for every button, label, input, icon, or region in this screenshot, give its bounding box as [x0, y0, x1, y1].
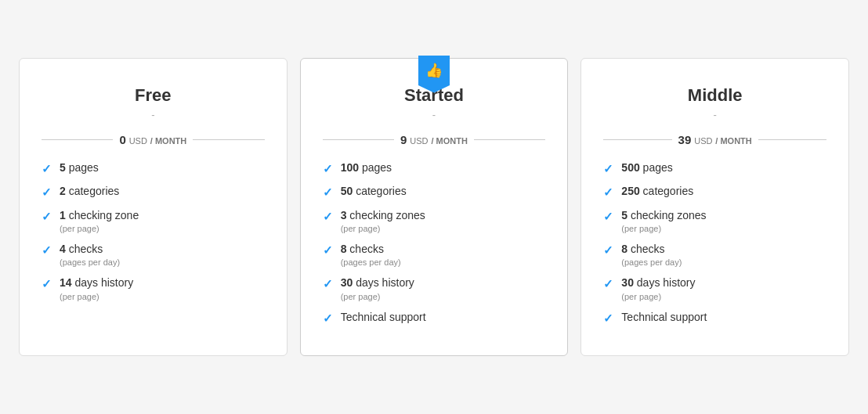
- feature-sub: (per page): [341, 291, 414, 302]
- feature-item: ✓ 8 checks (pages per day): [323, 242, 546, 268]
- price-amount: 0: [119, 133, 125, 146]
- check-icon: ✓: [42, 185, 52, 200]
- feature-sub: (pages per day): [60, 257, 120, 268]
- feature-item: ✓ Technical support: [323, 310, 546, 326]
- feature-text: 5 pages: [60, 160, 99, 175]
- check-icon: ✓: [603, 276, 613, 292]
- plan-price: 9 USD / MONTH: [400, 133, 468, 146]
- price-line-right: [758, 139, 826, 140]
- feature-list: ✓ 5 pages ✓ 2 categories ✓ 1 checking zo…: [42, 160, 265, 302]
- price-line-right: [193, 139, 264, 140]
- feature-sub: (pages per day): [621, 257, 682, 268]
- price-line-left: [603, 139, 671, 140]
- feature-item: ✓ 100 pages: [323, 160, 546, 177]
- plan-card-middle: Middle - 39 USD / MONTH ✓ 500 pages: [580, 58, 849, 357]
- price-period: / MONTH: [431, 136, 467, 146]
- feature-num: 3: [341, 209, 347, 221]
- feature-text: 30 days history (per page): [621, 275, 695, 301]
- feature-text: 4 checks (pages per day): [60, 242, 120, 268]
- plan-subtitle: -: [42, 109, 265, 121]
- feature-text: 50 categories: [341, 184, 407, 198]
- feature-num: 5: [621, 209, 627, 221]
- price-line-left: [42, 139, 113, 140]
- price-period: / MONTH: [715, 136, 751, 146]
- plan-title: Free: [42, 85, 265, 106]
- feature-sub: (per page): [621, 291, 695, 302]
- feature-text: 8 checks (pages per day): [341, 242, 401, 268]
- check-icon: ✓: [42, 209, 52, 225]
- price-amount: 39: [678, 133, 692, 146]
- plan-card-started: 👍 Started - 9 USD / MONTH ✓ 100 pages: [300, 58, 569, 357]
- feature-item: ✓ 14 days history (per page): [42, 275, 265, 301]
- check-icon: ✓: [42, 161, 52, 177]
- feature-num: 1: [60, 209, 66, 221]
- featured-badge: 👍: [418, 56, 450, 93]
- feature-text: 8 checks (pages per day): [621, 242, 682, 268]
- check-icon: ✓: [42, 243, 52, 258]
- feature-list: ✓ 500 pages ✓ 250 categories ✓ 5 checkin…: [603, 160, 826, 326]
- feature-item: ✓ 4 checks (pages per day): [42, 242, 265, 268]
- plan-price-row: 9 USD / MONTH: [323, 133, 546, 146]
- feature-sub: (per page): [60, 291, 133, 302]
- plan-card-free: Free - 0 USD / MONTH ✓ 5 pages: [19, 58, 288, 357]
- feature-num: 8: [341, 243, 347, 255]
- plan-price: 0 USD / MONTH: [119, 133, 186, 146]
- feature-num: 30: [341, 276, 353, 289]
- check-icon: ✓: [603, 243, 613, 258]
- price-currency: USD: [129, 136, 147, 146]
- feature-item: ✓ 5 checking zones (per page): [603, 208, 826, 234]
- check-icon: ✓: [603, 209, 613, 225]
- feature-text: 1 checking zone (per page): [60, 208, 139, 234]
- feature-num: 30: [621, 276, 634, 289]
- check-icon: ✓: [603, 185, 613, 200]
- feature-num: 50: [341, 185, 353, 197]
- feature-num: 500: [621, 161, 639, 174]
- feature-item: ✓ 1 checking zone (per page): [42, 208, 265, 234]
- feature-num: 2: [60, 185, 66, 197]
- price-line-left: [323, 139, 394, 140]
- feature-num: 5: [60, 161, 66, 174]
- feature-list: ✓ 100 pages ✓ 50 categories ✓ 3 checking…: [323, 160, 546, 326]
- feature-item: ✓ 8 checks (pages per day): [603, 242, 826, 268]
- feature-item: ✓ Technical support: [603, 310, 826, 326]
- feature-sub: (pages per day): [341, 257, 401, 268]
- check-icon: ✓: [323, 185, 333, 200]
- feature-num: 14: [60, 276, 72, 289]
- feature-num: 100: [341, 161, 359, 174]
- check-icon: ✓: [603, 161, 613, 177]
- feature-text: 250 categories: [621, 184, 693, 198]
- plan-price-row: 0 USD / MONTH: [42, 133, 265, 146]
- feature-item: ✓ 5 pages: [42, 160, 265, 177]
- plan-subtitle: -: [323, 109, 546, 121]
- feature-text: 5 checking zones (per page): [621, 208, 706, 234]
- feature-sub: (per page): [341, 223, 425, 234]
- price-line-right: [474, 139, 545, 140]
- feature-num: 8: [621, 243, 627, 255]
- feature-num: 250: [621, 185, 639, 197]
- feature-item: ✓ 3 checking zones (per page): [323, 208, 546, 234]
- feature-text: Technical support: [621, 310, 707, 324]
- feature-sub: (per page): [60, 223, 139, 234]
- plan-price: 39 USD / MONTH: [678, 133, 752, 146]
- check-icon: ✓: [323, 243, 333, 258]
- price-amount: 9: [400, 133, 407, 146]
- check-icon: ✓: [323, 311, 333, 326]
- check-icon: ✓: [323, 161, 333, 177]
- feature-sub: (per page): [621, 223, 706, 234]
- feature-text: 30 days history (per page): [341, 275, 414, 301]
- plans-container: Free - 0 USD / MONTH ✓ 5 pages: [19, 58, 849, 357]
- feature-item: ✓ 250 categories: [603, 184, 826, 200]
- feature-text: Technical support: [341, 310, 426, 324]
- feature-item: ✓ 50 categories: [323, 184, 546, 200]
- plan-price-row: 39 USD / MONTH: [603, 133, 826, 146]
- feature-text: 14 days history (per page): [60, 275, 133, 301]
- plan-subtitle: -: [603, 109, 826, 121]
- feature-item: ✓ 30 days history (per page): [603, 275, 826, 301]
- feature-text: 2 categories: [60, 184, 119, 198]
- check-icon: ✓: [42, 276, 52, 292]
- plan-title: Middle: [603, 85, 826, 106]
- feature-text: 3 checking zones (per page): [341, 208, 425, 234]
- check-icon: ✓: [323, 209, 333, 225]
- feature-num: 4: [60, 243, 66, 255]
- price-currency: USD: [410, 136, 428, 146]
